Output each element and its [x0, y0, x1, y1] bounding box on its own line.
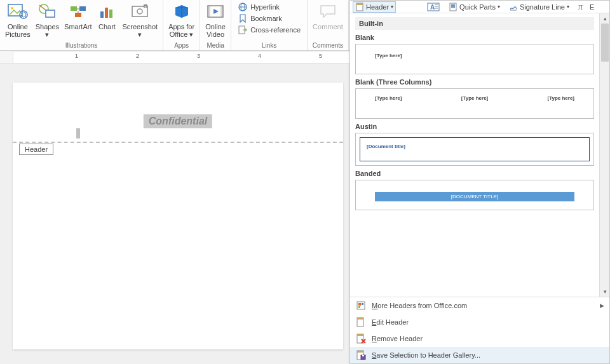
hyperlink-button[interactable]: Hyperlink — [235, 1, 282, 13]
text-box-small-button[interactable]: A — [425, 2, 442, 12]
header-dropdown-label: Header — [366, 3, 389, 11]
header-gallery-dropdown: Header ▾ A Quick Parts ▾ Signature Line … — [349, 0, 610, 364]
comment-button[interactable]: Comment — [310, 0, 346, 32]
gallery-item-name: Austin — [355, 123, 594, 130]
thumb-placeholder: [DOCUMENT TITLE] — [375, 192, 574, 201]
header-dropdown-button[interactable]: Header ▾ — [353, 1, 396, 13]
watermark-text: Confidential — [144, 114, 212, 128]
screenshot-label: Screenshot▾ — [122, 23, 158, 38]
scroll-down-arrow[interactable]: ▾ — [600, 286, 609, 297]
signature-line-label: Signature Line — [520, 3, 565, 11]
ruler-mark: 4 — [258, 53, 261, 59]
equation-button[interactable]: π — [576, 1, 585, 13]
remove-header-icon — [355, 333, 367, 344]
ribbon-group-links: Hyperlink Bookmark Cross-reference Links — [231, 0, 308, 50]
smartart-icon — [68, 1, 88, 22]
more-headers-button[interactable]: More Headers from Office.com ▶ — [350, 297, 609, 314]
edit-header-icon — [355, 316, 367, 328]
svg-rect-7 — [75, 13, 81, 17]
svg-text:+: + — [145, 4, 147, 8]
ribbon-group-media: Online Video Media — [200, 0, 231, 50]
bookmark-button[interactable]: Bookmark — [235, 13, 285, 24]
hyperlink-label: Hyperlink — [250, 3, 280, 11]
gallery-item-name: Blank (Three Columns) — [355, 78, 594, 86]
gallery-top-strip: Header ▾ A Quick Parts ▾ Signature Line … — [350, 1, 609, 13]
ruler-mark: 5 — [319, 53, 322, 59]
scroll-thumb[interactable] — [601, 24, 609, 62]
scroll-up-arrow[interactable]: ▴ — [600, 13, 609, 24]
svg-rect-17 — [220, 6, 223, 17]
gallery-section-builtin: Built-in — [355, 17, 594, 30]
gallery-scroll-area: Built-in Blank [Type here] Blank (Three … — [350, 13, 599, 297]
smartart-button[interactable]: SmartArt — [62, 0, 94, 32]
online-pictures-button[interactable]: Online Pictures — [3, 0, 33, 39]
svg-point-12 — [137, 9, 142, 14]
group-label-illustrations: Illustrations — [3, 41, 160, 50]
text-box-icon: A — [427, 3, 440, 11]
signature-line-button[interactable]: Signature Line ▾ — [507, 2, 571, 12]
thumb-placeholder: [Type here] — [375, 95, 402, 101]
svg-rect-40 — [357, 334, 363, 336]
chevron-down-icon: ▾ — [498, 4, 500, 10]
svg-rect-4 — [46, 10, 55, 17]
chart-label: Chart — [98, 23, 116, 30]
save-gallery-icon — [355, 349, 367, 361]
svg-rect-9 — [105, 8, 108, 18]
document-page[interactable]: Confidential Header — [13, 83, 343, 349]
shapes-button[interactable]: Shapes▾ — [33, 0, 62, 39]
thumb-placeholder: [Document title] — [367, 144, 405, 149]
chart-button[interactable]: Chart — [94, 0, 119, 32]
quick-parts-button[interactable]: Quick Parts ▾ — [447, 2, 502, 12]
gallery-scrollbar[interactable]: ▴ ▾ — [599, 13, 609, 297]
apps-for-office-button[interactable]: Apps for Office ▾ — [166, 0, 197, 39]
ribbon-group-illustrations: Online Pictures Shapes▾ SmartArt Chart — [0, 0, 163, 50]
screenshot-button[interactable]: + Screenshot▾ — [119, 0, 160, 39]
hyperlink-icon — [238, 2, 248, 12]
online-video-button[interactable]: Online Video — [203, 0, 228, 39]
svg-rect-31 — [451, 6, 455, 8]
header-section-tag[interactable]: Header — [19, 144, 53, 155]
online-pictures-label: Online Pictures — [5, 23, 30, 38]
gallery-item-blank-three-columns[interactable]: [Type here] [Type here] [Type here] — [355, 88, 594, 119]
ruler-mark: 2 — [136, 53, 139, 59]
svg-rect-10 — [109, 10, 112, 18]
gallery-item-name: Banded — [355, 170, 594, 177]
online-video-icon — [205, 1, 226, 22]
signature-icon — [509, 3, 518, 11]
gallery-item-blank[interactable]: [Type here] — [355, 44, 594, 74]
gallery-item-name: Blank — [355, 34, 594, 41]
cross-reference-icon — [238, 25, 248, 35]
svg-rect-35 — [362, 303, 363, 305]
svg-rect-38 — [357, 318, 363, 320]
more-headers-label: More Headers from Office.com — [372, 302, 467, 309]
gallery-item-austin[interactable]: [Document title] — [355, 133, 594, 166]
pi-icon: π — [578, 2, 583, 12]
save-selection-label: Save Selection to Header Gallery... — [372, 351, 480, 359]
group-label-media: Media — [203, 41, 228, 50]
thumb-placeholder: [Type here] — [547, 95, 574, 101]
ruler-mark: 3 — [197, 53, 200, 59]
svg-rect-8 — [100, 11, 104, 18]
svg-point-1 — [11, 7, 13, 10]
cross-reference-button[interactable]: Cross-reference — [235, 24, 303, 36]
ribbon-group-apps: Apps for Office ▾ Apps — [163, 0, 200, 50]
svg-rect-5 — [71, 6, 77, 11]
remove-header-button[interactable]: Remove Header — [350, 330, 609, 347]
svg-text:A: A — [430, 4, 435, 11]
edit-header-button[interactable]: Edit Header — [350, 314, 609, 330]
svg-rect-44 — [362, 355, 364, 356]
svg-rect-42 — [357, 351, 363, 353]
apps-for-office-icon — [172, 1, 192, 22]
page-header-zone[interactable]: Confidential — [13, 83, 343, 143]
chevron-down-icon: ▾ — [567, 4, 569, 10]
gallery-footer: More Headers from Office.com ▶ Edit Head… — [350, 297, 609, 363]
apps-for-office-label: Apps for Office ▾ — [168, 23, 194, 38]
smartart-label: SmartArt — [64, 23, 92, 30]
text-cursor — [76, 128, 80, 138]
svg-rect-6 — [79, 6, 86, 11]
comment-label: Comment — [313, 23, 343, 30]
gallery-item-banded[interactable]: [DOCUMENT TITLE] — [355, 180, 594, 210]
save-selection-button[interactable]: Save Selection to Header Gallery... — [350, 347, 609, 363]
ribbon-group-comments: Comment Comments — [308, 0, 349, 50]
thumb-placeholder: [Type here] — [375, 53, 402, 58]
